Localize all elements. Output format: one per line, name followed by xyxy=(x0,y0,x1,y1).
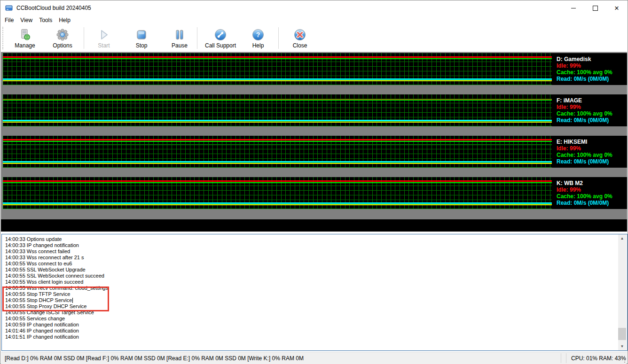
log-line: 14:00:59 IP changed notification xyxy=(5,322,618,328)
disk-name: K: WB M2 xyxy=(557,180,627,186)
disk-graph-e xyxy=(3,136,552,168)
menu-help[interactable]: Help xyxy=(55,16,74,24)
log-line: 14:01:46 IP changed notification xyxy=(5,328,618,334)
idle-line xyxy=(3,56,552,58)
title-bar: CCBootCloud build 20240405 ✕ xyxy=(0,0,628,15)
disk-row-d: D: Gamedisk Idle: 99% Cache: 100% avg 0%… xyxy=(1,53,627,85)
empty-graph-strip xyxy=(1,219,627,232)
cache-line xyxy=(3,100,552,101)
minimize-button[interactable] xyxy=(563,0,584,15)
log-line: 14:00:33 Options update xyxy=(5,236,618,242)
start-label: Start xyxy=(89,42,119,49)
disk-name: F: iMAGE xyxy=(557,97,627,104)
read-line xyxy=(3,78,552,80)
idle-line xyxy=(3,139,552,140)
phone-circle-icon xyxy=(203,28,238,42)
disk-monitor-section: D: Gamedisk Idle: 99% Cache: 100% avg 0%… xyxy=(1,52,627,232)
disk-graph-f xyxy=(3,94,552,126)
app-window: CCBootCloud build 20240405 ✕ File View T… xyxy=(0,0,628,364)
read-line xyxy=(3,161,552,163)
close-app-button[interactable]: Close xyxy=(285,28,315,49)
log-line: 14:00:55 Wss connect to eu6 xyxy=(5,261,618,267)
pause-label: Pause xyxy=(165,42,195,49)
disk-graph-k xyxy=(3,177,552,209)
disk-row-f: F: iMAGE Idle: 99% Cache: 100% avg 0% Re… xyxy=(1,94,627,126)
status-bar: [Read D:] 0% RAM 0M SSD 0M [Read F:] 0% … xyxy=(1,352,627,364)
idle-line xyxy=(3,180,552,182)
cache-line xyxy=(3,58,552,59)
write-line xyxy=(3,80,552,81)
svg-text:?: ? xyxy=(256,31,260,39)
disk-cache: Cache: 100% avg 0% xyxy=(557,152,627,158)
close-app-label: Close xyxy=(285,42,315,49)
cache-line xyxy=(3,182,552,183)
disk-read: Read: 0M/s (0M/0M) xyxy=(557,200,627,206)
call-support-label: Call Support xyxy=(203,42,238,49)
disk-name: D: Gamedisk xyxy=(557,56,627,62)
write-line xyxy=(3,122,552,123)
disk-cache: Cache: 100% avg 0% xyxy=(557,110,627,117)
close-button[interactable]: ✕ xyxy=(606,0,628,15)
log-line: 14:00:55 Wss client login succeed xyxy=(5,279,618,285)
disk-info-panel: K: WB M2 Idle: 99% Cache: 100% avg 0% Re… xyxy=(552,177,627,209)
disk-read: Read: 0M/s (0M/0M) xyxy=(557,158,627,165)
log-line: 14:00:33 Wss connect failed xyxy=(5,248,618,255)
stop-label: Stop xyxy=(126,42,157,49)
maximize-button[interactable] xyxy=(584,0,606,15)
disk-info-panel: F: iMAGE Idle: 99% Cache: 100% avg 0% Re… xyxy=(552,94,627,126)
gear-icon xyxy=(47,28,78,42)
cache-line xyxy=(3,141,552,142)
pause-button[interactable]: Pause xyxy=(165,28,195,49)
log-line: 14:00:33 IP changed notification xyxy=(5,242,618,248)
app-disk-icon xyxy=(5,4,13,12)
help-label: Help xyxy=(243,42,273,49)
disk-idle: Idle: 99% xyxy=(557,62,627,69)
write-line xyxy=(3,163,552,164)
disk-io-status: [Read D:] 0% RAM 0M SSD 0M [Read F:] 0% … xyxy=(5,355,304,362)
server-globe-icon xyxy=(10,28,40,42)
close-circle-icon xyxy=(285,28,315,42)
window-title: CCBootCloud build 20240405 xyxy=(16,5,91,11)
close-icon: ✕ xyxy=(614,5,620,11)
disk-cache: Cache: 100% avg 0% xyxy=(557,69,627,76)
read-line xyxy=(3,202,552,204)
disk-cache: Cache: 100% avg 0% xyxy=(557,193,627,200)
call-support-button[interactable]: Call Support xyxy=(203,28,238,49)
disk-name: E: HIKSEMI xyxy=(557,139,627,145)
toolbar-separator xyxy=(278,27,279,49)
log-scrollbar[interactable]: ▲ ▼ xyxy=(618,234,626,350)
menu-tools[interactable]: Tools xyxy=(36,16,55,24)
scroll-down-icon[interactable]: ▼ xyxy=(618,342,626,350)
options-button[interactable]: Options xyxy=(47,28,78,49)
toolbar: Manage Options xyxy=(1,24,627,52)
red-highlight-box xyxy=(2,287,109,311)
window-controls: ✕ xyxy=(563,0,628,15)
toolbar-gripper[interactable] xyxy=(2,27,3,49)
statusbar-separator xyxy=(561,353,561,363)
disk-row-k: K: WB M2 Idle: 99% Cache: 100% avg 0% Re… xyxy=(1,177,627,209)
disk-idle: Idle: 99% xyxy=(557,186,627,193)
resize-grip[interactable] xyxy=(624,362,625,363)
toolbar-separator xyxy=(84,27,84,49)
disk-read: Read: 0M/s (0M/0M) xyxy=(557,76,627,82)
scrollbar-thumb[interactable] xyxy=(618,328,626,340)
scroll-up-icon[interactable]: ▲ xyxy=(618,234,626,242)
log-line: 14:00:55 SSL WebSocket connect succeed xyxy=(5,273,618,279)
stop-button[interactable]: Stop xyxy=(126,28,157,49)
disk-read: Read: 0M/s (0M/0M) xyxy=(557,117,627,124)
question-circle-icon: ? xyxy=(243,28,273,42)
play-icon xyxy=(89,28,119,42)
disk-info-panel: E: HIKSEMI Idle: 99% Cache: 100% avg 0% … xyxy=(552,136,627,168)
pause-bars-icon xyxy=(165,28,195,42)
disk-idle: Idle: 99% xyxy=(557,145,627,152)
minimize-icon xyxy=(571,8,576,8)
manage-button[interactable]: Manage xyxy=(10,28,40,49)
disk-idle: Idle: 99% xyxy=(557,104,627,110)
log-line: 14:00:55 Services change xyxy=(5,316,618,322)
options-label: Options xyxy=(47,42,78,49)
menu-file[interactable]: File xyxy=(1,16,17,24)
statusbar-separator xyxy=(566,353,566,363)
write-line xyxy=(3,204,552,205)
menu-view[interactable]: View xyxy=(17,16,36,24)
help-button[interactable]: ? Help xyxy=(243,28,273,49)
